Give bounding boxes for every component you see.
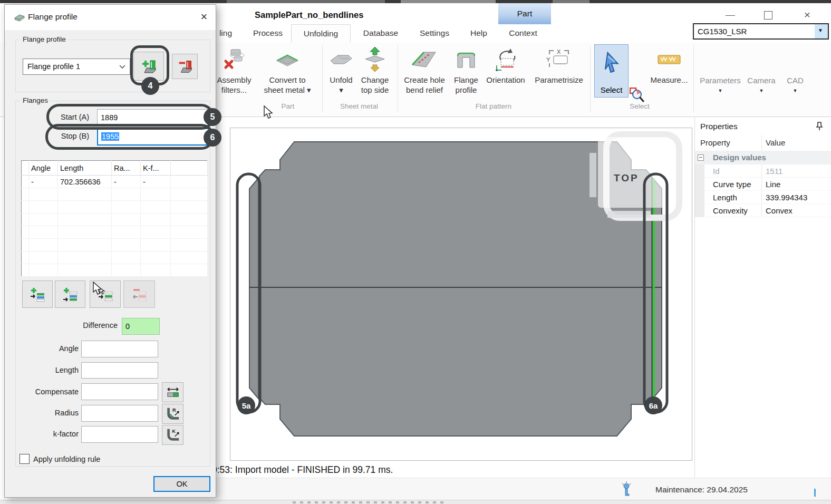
tab-part-context[interactable]: Part xyxy=(498,3,551,24)
svg-text:K: K xyxy=(172,429,176,434)
cell-kfactor[interactable]: - xyxy=(141,176,171,188)
collapse-icon[interactable] xyxy=(698,154,704,161)
callout-ring-6 xyxy=(45,124,214,150)
column-kfactor[interactable]: K-f... xyxy=(141,161,171,176)
ribbon-group-part: Part xyxy=(272,102,304,110)
menu-tab-settings[interactable]: Settings xyxy=(413,24,456,42)
remove-flange-icon xyxy=(176,57,194,75)
ribbon-item-label: Assembly filters... xyxy=(210,75,258,95)
compensate-input[interactable] xyxy=(81,383,158,400)
flange-table-empty-row[interactable] xyxy=(22,214,208,226)
zoom-region-icon[interactable] xyxy=(630,88,644,105)
column-angle[interactable]: Angle xyxy=(29,161,58,176)
group-label: Flange profile xyxy=(20,35,69,43)
radius-button[interactable]: R xyxy=(162,404,183,424)
insert-row-below-button[interactable] xyxy=(55,280,85,308)
flange-table-empty-row[interactable] xyxy=(22,201,208,214)
maximize-button[interactable] xyxy=(756,6,780,24)
flange-table-empty-row[interactable] xyxy=(22,226,208,239)
column-extra xyxy=(171,161,208,176)
kfactor-icon: K xyxy=(166,428,180,442)
flange-table-empty-row[interactable] xyxy=(22,251,208,264)
ribbon-flange-profile[interactable]: Flange profile xyxy=(447,44,485,95)
callout-badge-4: 4 xyxy=(141,77,159,95)
angle-input[interactable] xyxy=(81,341,158,357)
insert-row-above-button[interactable] xyxy=(22,280,53,308)
ok-button[interactable]: OK xyxy=(153,476,210,492)
column-radius[interactable]: Ra... xyxy=(112,161,141,176)
remove-row-button[interactable] xyxy=(123,280,155,308)
menu-parameters[interactable]: Parameters ▼ xyxy=(697,76,744,93)
measure-icon xyxy=(645,44,693,75)
flange-table-empty-row[interactable] xyxy=(22,188,208,201)
material-combo[interactable]: CG1530_LSR ▼ xyxy=(693,23,829,40)
callout-badge-6: 6 xyxy=(204,129,221,147)
menu-tab-database[interactable]: Database xyxy=(357,24,404,42)
kfactor-input[interactable] xyxy=(81,426,158,443)
close-button[interactable]: × xyxy=(795,6,819,24)
remove-flange-profile-button[interactable] xyxy=(172,54,198,79)
length-input[interactable] xyxy=(81,362,158,379)
property-group-row[interactable]: Design values xyxy=(695,151,831,164)
minimize-button[interactable] xyxy=(718,6,742,24)
menu-tab-process[interactable]: Process xyxy=(249,24,287,42)
radius-input[interactable] xyxy=(81,405,158,422)
mouse-cursor xyxy=(92,282,104,295)
insert-row-above-icon xyxy=(30,286,45,302)
row-gutter xyxy=(695,178,704,191)
difference-field: 0 xyxy=(122,318,160,335)
ribbon-assembly-filters[interactable]: Assembly filters... xyxy=(210,44,258,95)
flange-table-empty-row[interactable] xyxy=(22,239,208,251)
kfactor-button[interactable]: K xyxy=(162,425,183,445)
flange-table[interactable]: Angle Length Ra... K-f... - 702.356636 -… xyxy=(21,160,208,277)
maintenance-icon xyxy=(621,481,632,499)
property-row[interactable]: Curve type Line xyxy=(695,178,831,191)
flange-table-empty-row[interactable] xyxy=(22,264,208,277)
menu-parameters-label: Parameters xyxy=(700,76,741,85)
ribbon-convert-to-sheet-metal[interactable]: Convert to sheet metal ▾ xyxy=(258,44,316,95)
create-hole-bend-relief-icon xyxy=(397,44,452,75)
cell-extra[interactable] xyxy=(171,176,208,188)
ribbon-measure[interactable]: Measure... xyxy=(645,44,693,85)
menu-tab-clipped[interactable]: ling xyxy=(215,24,236,42)
dialog-title-bar[interactable]: Flange profile × xyxy=(5,5,216,30)
cell-length[interactable]: 702.356636 xyxy=(58,176,112,188)
ribbon-parametrisize[interactable]: X Y Parametrisize xyxy=(530,44,588,85)
row-selector[interactable] xyxy=(22,176,29,188)
apply-unfolding-rule-label: Apply unfolding rule xyxy=(33,455,100,463)
ribbon-create-hole-bend-relief[interactable]: Create hole bend relief xyxy=(397,44,452,95)
compensate-button[interactable] xyxy=(162,382,183,402)
ribbon-change-top-side[interactable]: Change top side xyxy=(354,44,396,95)
column-header-value: Value xyxy=(766,138,785,147)
flange-table-row[interactable]: - 702.356636 - - xyxy=(22,176,208,188)
property-label: Id xyxy=(713,167,720,176)
property-row[interactable]: Id 1511 xyxy=(695,164,831,178)
dialog-close-button[interactable]: × xyxy=(196,10,212,25)
pin-icon[interactable] xyxy=(815,121,824,133)
flat-pattern-view[interactable]: TOP 5a 6a xyxy=(230,128,692,460)
combo-dropdown-button[interactable]: ▼ xyxy=(815,24,828,38)
ribbon-item-label: Select xyxy=(595,85,628,95)
select-button[interactable]: Select xyxy=(594,44,629,98)
menu-tab-help[interactable]: Help xyxy=(465,24,492,42)
angle-label: Angle xyxy=(15,344,79,353)
menu-cad[interactable]: CAD ▼ xyxy=(781,76,809,93)
flange-profile-combo[interactable]: Flange profile 1 xyxy=(23,59,130,75)
property-row[interactable]: Convexity Convex xyxy=(695,204,831,217)
menu-tab-unfolding[interactable]: Unfolding xyxy=(291,24,351,42)
svg-text:R: R xyxy=(172,408,176,413)
status-message: 0:53: Import model - FINISHED in 99.71 m… xyxy=(212,464,549,476)
menu-tab-context[interactable]: Context xyxy=(501,24,545,42)
property-row[interactable]: Length 339.994343 xyxy=(695,191,831,204)
cell-radius[interactable]: - xyxy=(112,176,141,188)
ribbon-orientation[interactable]: Orientation xyxy=(481,44,530,85)
menu-camera[interactable]: Camera ▼ xyxy=(743,76,780,93)
assembly-filters-icon xyxy=(210,44,258,75)
chevron-down-icon: ▼ xyxy=(743,88,780,93)
column-length[interactable]: Length xyxy=(58,161,112,176)
radius-label: Radius xyxy=(15,409,79,417)
cell-angle[interactable]: - xyxy=(29,176,58,188)
apply-unfolding-rule-checkbox[interactable] xyxy=(20,454,30,464)
left-flange-strip[interactable] xyxy=(249,178,258,399)
property-value: Convex xyxy=(766,206,793,215)
